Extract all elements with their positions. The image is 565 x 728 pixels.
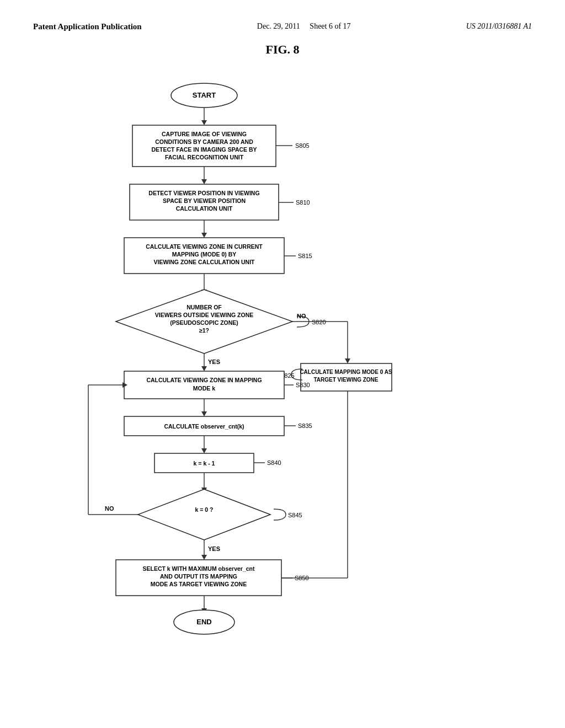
flowchart-container: START CAPTURE IMAGE OF VIEWING CONDITION… bbox=[33, 73, 419, 680]
s810-line1: DETECT VIEWER POSITION IN VIEWING bbox=[148, 190, 259, 196]
svg-marker-6 bbox=[201, 179, 207, 184]
s820-line2: VIEWERS OUTSIDE VIEWING ZONE bbox=[155, 312, 254, 318]
s815-line2: MAPPING (MODE 0) BY bbox=[172, 251, 237, 258]
end-label: END bbox=[196, 618, 211, 626]
svg-marker-41 bbox=[201, 555, 207, 560]
s845-line1: k = 0 ? bbox=[195, 506, 214, 513]
s850-line1: SELECT k WITH MAXIMUM observer_cnt bbox=[142, 565, 255, 572]
svg-marker-18 bbox=[345, 358, 350, 363]
s805-line3: DETECT FACE IN IMAGING SPACE BY bbox=[151, 146, 257, 153]
no-label-s845: NO bbox=[105, 505, 114, 512]
s815-line3: VIEWING ZONE CALCULATION UNIT bbox=[154, 259, 255, 265]
start-label: START bbox=[193, 91, 216, 99]
yes-label-s820: YES bbox=[208, 358, 220, 365]
s805-line1: CAPTURE IMAGE OF VIEWING bbox=[162, 131, 247, 137]
publication-date: Dec. 29, 2011 bbox=[257, 22, 300, 30]
s825-line2: TARGET VIEWING ZONE bbox=[313, 377, 378, 383]
publication-date-sheet: Dec. 29, 2011 Sheet 6 of 17 bbox=[257, 22, 351, 31]
s830-label: S830 bbox=[296, 382, 310, 388]
s810-label: S810 bbox=[296, 199, 310, 206]
s835-label: S835 bbox=[298, 422, 312, 429]
s840-label: S840 bbox=[267, 459, 281, 466]
page-header: Patent Application Publication Dec. 29, … bbox=[33, 22, 532, 31]
s845-label: S845 bbox=[288, 512, 302, 518]
s835-text: CALCULATE observer_cnt(k) bbox=[164, 423, 244, 430]
s820-line4: ≥1? bbox=[199, 327, 209, 334]
s850-line2: AND OUTPUT ITS MAPPING bbox=[160, 573, 237, 580]
s840-text: k = k - 1 bbox=[194, 460, 215, 467]
s805-line4: FACIAL RECOGNITION UNIT bbox=[165, 154, 244, 160]
yes-label-s845: YES bbox=[208, 545, 220, 552]
s820-line3: (PSEUDOSCOPIC ZONE) bbox=[170, 319, 238, 326]
s815-label: S815 bbox=[298, 253, 312, 259]
s850-line3: MODE AS TARGET VIEWING ZONE bbox=[151, 581, 247, 587]
no-label-s820: NO bbox=[297, 313, 306, 319]
s820-label: S820 bbox=[312, 319, 326, 325]
publication-title: Patent Application Publication bbox=[33, 22, 142, 31]
figure-title: FIG. 8 bbox=[265, 42, 299, 57]
svg-marker-10 bbox=[201, 233, 207, 238]
s820-line1: NUMBER OF bbox=[186, 304, 222, 311]
patent-number: US 2011/0316881 A1 bbox=[466, 22, 532, 31]
s810-line2: SPACE BY VIEWER POSITION bbox=[163, 197, 246, 204]
s815-line1: CALCULATE VIEWING ZONE IN CURRENT bbox=[146, 243, 263, 250]
flowchart-svg: START CAPTURE IMAGE OF VIEWING CONDITION… bbox=[39, 73, 414, 680]
sheet-info: Sheet 6 of 17 bbox=[310, 22, 350, 30]
page: Patent Application Publication Dec. 29, … bbox=[0, 0, 565, 728]
s805-line2: CONDITIONS BY CAMERA 200 AND bbox=[155, 138, 253, 145]
s810-line3: CALCULATION UNIT bbox=[176, 205, 233, 212]
svg-marker-21 bbox=[201, 366, 207, 371]
s830-line1: CALCULATE VIEWING ZONE IN MAPPING bbox=[146, 377, 262, 383]
svg-marker-26 bbox=[201, 411, 207, 416]
svg-marker-35 bbox=[138, 489, 270, 540]
s830-line2: MODE k bbox=[193, 385, 215, 392]
svg-marker-30 bbox=[201, 448, 207, 453]
s825-line1: CALCULATE MAPPING MODE 0 AS bbox=[300, 369, 392, 375]
svg-marker-2 bbox=[201, 120, 207, 125]
s805-label: S805 bbox=[295, 142, 310, 149]
